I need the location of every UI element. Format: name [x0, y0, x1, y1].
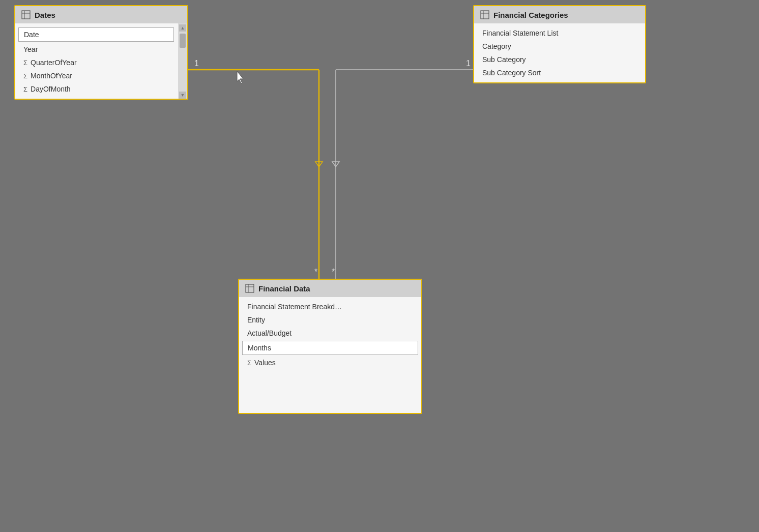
fd-field-months[interactable]: Months: [242, 341, 418, 355]
fc-field-sub-category[interactable]: Sub Category: [474, 53, 645, 66]
dates-field-dayofmonth[interactable]: Σ DayOfMonth: [15, 82, 177, 96]
sigma-icon-2: Σ: [23, 72, 27, 80]
fd-empty-space: [239, 369, 421, 410]
fd-field-values-label: Values: [254, 359, 276, 367]
fd-field-statement-breakd[interactable]: Financial Statement Breakd…: [239, 300, 421, 313]
fc-field-category-label: Category: [482, 42, 511, 50]
sigma-icon-3: Σ: [23, 85, 27, 93]
financial-categories-table-header: Financial Categories: [474, 6, 645, 23]
sigma-icon-1: Σ: [23, 59, 27, 67]
svg-marker-7: [332, 162, 339, 167]
fc-field-statement-list[interactable]: Financial Statement List: [474, 26, 645, 40]
table-icon: [21, 10, 31, 19]
financial-data-body: Financial Statement Breakd… Entity Actua…: [239, 297, 421, 413]
dates-field-date-label: Date: [24, 31, 39, 39]
svg-text:*: *: [314, 268, 317, 276]
fc-field-category[interactable]: Category: [474, 40, 645, 53]
dates-field-monthofyear-label: MonthOfYear: [31, 72, 72, 80]
svg-rect-13: [481, 11, 489, 19]
dates-field-year[interactable]: Year: [15, 43, 177, 56]
financial-categories-body: Financial Statement List Category Sub Ca…: [474, 23, 645, 82]
dates-table: Dates Date Year Σ QuarterOfYear Σ MonthO…: [14, 5, 188, 100]
svg-rect-16: [246, 284, 254, 292]
financial-data-table: Financial Data Financial Statement Break…: [238, 279, 422, 414]
dates-field-quarterofyear-label: QuarterOfYear: [31, 58, 77, 67]
dates-field-date[interactable]: Date: [18, 27, 174, 42]
dates-field-quarterofyear[interactable]: Σ QuarterOfYear: [15, 56, 177, 69]
fd-field-entity[interactable]: Entity: [239, 313, 421, 327]
scroll-up-btn[interactable]: ▲: [179, 24, 186, 32]
financial-categories-title: Financial Categories: [493, 11, 568, 19]
table-icon-2: [480, 10, 489, 19]
fc-field-statement-list-label: Financial Statement List: [482, 29, 558, 37]
dates-table-header: Dates: [15, 6, 187, 23]
svg-marker-2: [315, 162, 323, 167]
fd-field-actual-budget[interactable]: Actual/Budget: [239, 327, 421, 340]
financial-categories-table: Financial Categories Financial Statement…: [473, 5, 646, 83]
sigma-icon-4: Σ: [247, 359, 251, 367]
dates-field-dayofmonth-label: DayOfMonth: [31, 85, 71, 93]
fc-field-sub-category-label: Sub Category: [482, 55, 526, 64]
fd-field-entity-label: Entity: [247, 316, 265, 324]
mouse-cursor: [235, 70, 247, 86]
dates-field-year-label: Year: [23, 45, 38, 53]
fd-field-months-label: Months: [248, 344, 271, 352]
scroll-down-btn[interactable]: ▼: [179, 92, 186, 99]
fd-field-statement-breakd-label: Financial Statement Breakd…: [247, 303, 342, 311]
svg-rect-10: [22, 11, 30, 19]
fc-field-sub-category-sort[interactable]: Sub Category Sort: [474, 66, 645, 79]
dates-field-monthofyear[interactable]: Σ MonthOfYear: [15, 69, 177, 82]
svg-text:*: *: [332, 268, 335, 276]
financial-data-title: Financial Data: [258, 284, 310, 293]
dates-table-title: Dates: [35, 11, 55, 19]
scroll-thumb[interactable]: [180, 34, 186, 48]
table-icon-3: [245, 284, 254, 293]
fd-field-values[interactable]: Σ Values: [239, 356, 421, 369]
fc-field-sub-category-sort-label: Sub Category Sort: [482, 69, 541, 77]
dates-table-body: Date Year Σ QuarterOfYear Σ MonthOfYear …: [15, 23, 187, 99]
fd-field-actual-budget-label: Actual/Budget: [247, 329, 291, 337]
svg-text:1: 1: [194, 59, 199, 68]
financial-data-table-header: Financial Data: [239, 280, 421, 297]
svg-text:1: 1: [466, 59, 471, 68]
